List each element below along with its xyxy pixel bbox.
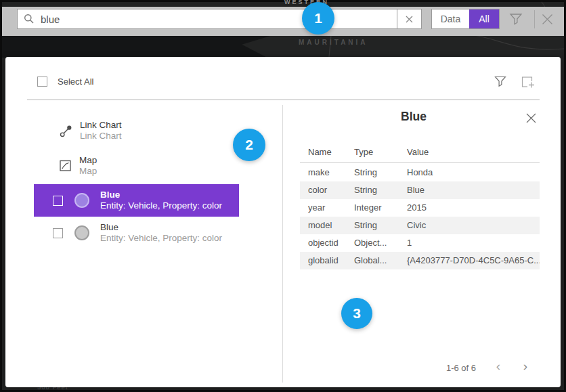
- list-item-map[interactable]: Map Map: [59, 154, 97, 178]
- list-item-link-chart[interactable]: Link Chart Link Chart: [59, 118, 122, 143]
- results-dialog: Select All Link Chart Link: [5, 57, 561, 387]
- select-all-checkbox[interactable]: [37, 77, 47, 87]
- panel-header-divider: [27, 100, 540, 100]
- list-item-blue-selected[interactable]: Blue Entity: Vehicle, Property: color: [34, 184, 239, 217]
- cell-value: Blue: [407, 181, 540, 199]
- result-title: Map: [79, 155, 97, 166]
- table-row: make String Honda: [300, 164, 540, 181]
- cell-type: String: [354, 217, 407, 234]
- search-toolbar: blue Data All: [2, 7, 564, 36]
- pagination-label: 1-6 of 6: [434, 363, 488, 373]
- panel-vertical-divider: [282, 105, 283, 383]
- attribute-table: Name Type Value make String Honda color …: [300, 144, 540, 269]
- toolbar-divider: [534, 10, 535, 28]
- cell-name: color: [308, 181, 354, 199]
- entity-circle-icon: [74, 193, 89, 208]
- table-header-row: Name Type Value: [300, 144, 540, 161]
- result-subtitle: Entity: Vehicle, Property: color: [100, 200, 222, 211]
- add-selection-icon[interactable]: [521, 76, 536, 89]
- cell-value: 2015: [407, 199, 540, 217]
- search-query-text: blue: [41, 14, 60, 25]
- screenshot-root: WESTERN MAURITANIA 500 Feet Select All: [0, 0, 566, 392]
- table-row: objectid Object... 1: [300, 234, 540, 252]
- entity-circle-icon: [74, 225, 89, 240]
- search-icon: [24, 14, 35, 24]
- cell-value: Civic: [407, 217, 540, 234]
- step-badge-2: 2: [233, 129, 265, 161]
- link-chart-icon: [59, 124, 73, 138]
- select-all-label: Select All: [58, 77, 93, 87]
- result-subtitle: Map: [79, 166, 97, 177]
- column-header: Type: [354, 144, 407, 161]
- cell-value: {A4203777-D70D-4C5C-9A65-C...: [407, 252, 540, 269]
- scope-toggle: Data All: [431, 9, 500, 29]
- cell-type: String: [354, 181, 407, 199]
- cell-name: globalid: [308, 252, 354, 269]
- map-label-mauritania: MAURITANIA: [299, 39, 368, 46]
- column-header: Name: [308, 144, 354, 161]
- filter-icon[interactable]: [509, 13, 523, 26]
- cell-type: Integer: [354, 199, 407, 217]
- step-badge-3: 3: [341, 298, 372, 329]
- next-page-button[interactable]: ›: [517, 357, 534, 375]
- column-header: Value: [407, 144, 540, 161]
- cell-name: model: [308, 217, 354, 234]
- result-title: Blue: [100, 222, 222, 233]
- list-item-blue[interactable]: Blue Entity: Vehicle, Property: color: [34, 217, 239, 249]
- search-input[interactable]: blue: [17, 9, 397, 29]
- cell-type: String: [354, 164, 407, 181]
- table-row: year Integer 2015: [300, 199, 540, 217]
- table-row: color String Blue: [300, 181, 540, 199]
- cell-value: Honda: [407, 164, 540, 181]
- cell-type: Global...: [354, 252, 407, 269]
- result-title: Link Chart: [80, 120, 122, 131]
- result-checkbox[interactable]: [53, 196, 63, 206]
- clear-search-button[interactable]: [397, 9, 422, 29]
- filter-icon[interactable]: [494, 76, 506, 87]
- cell-name: year: [308, 199, 354, 217]
- scope-data-button[interactable]: Data: [432, 9, 469, 28]
- cell-type: Object...: [354, 234, 407, 252]
- scope-all-button[interactable]: All: [469, 9, 499, 28]
- step-badge-1: 1: [302, 2, 334, 35]
- map-icon: [59, 159, 72, 173]
- prev-page-button[interactable]: ‹: [490, 357, 506, 375]
- clear-icon: [406, 16, 413, 23]
- table-header-divider: [300, 162, 540, 163]
- result-subtitle: Entity: Vehicle, Property: color: [100, 233, 222, 244]
- result-checkbox[interactable]: [53, 228, 63, 238]
- cell-name: objectid: [308, 234, 354, 252]
- detail-title: Blue: [295, 110, 533, 124]
- close-search-icon[interactable]: [541, 13, 554, 26]
- map-label-western: WESTERN: [273, 0, 341, 5]
- result-subtitle: Link Chart: [80, 131, 122, 141]
- detail-close-icon[interactable]: [525, 112, 537, 124]
- table-row: globalid Global... {A4203777-D70D-4C5C-9…: [300, 252, 540, 269]
- table-row: model String Civic: [300, 217, 540, 234]
- cell-value: 1: [407, 234, 540, 252]
- result-title: Blue: [100, 190, 222, 200]
- cell-name: make: [308, 164, 354, 181]
